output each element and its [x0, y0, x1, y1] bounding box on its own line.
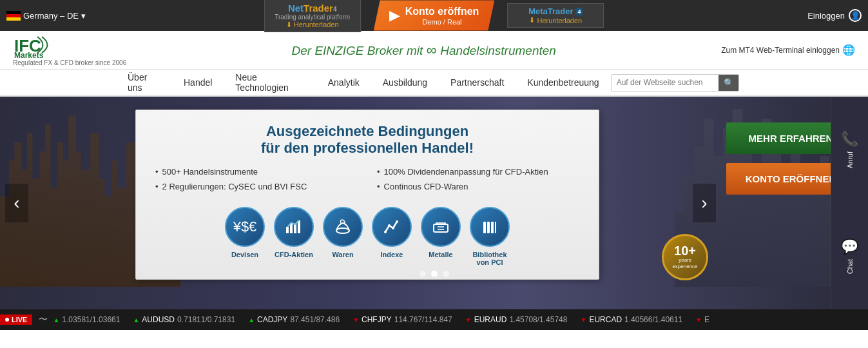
tick-direction-chfjpy: ▼ [352, 316, 359, 324]
nav-ausbildung[interactable]: Ausbildung [371, 70, 439, 97]
arrow-right-icon: ▶ [389, 7, 400, 24]
hero-tagline: Der EINZIGE Broker mit ∞ Handelsinstrume… [126, 42, 721, 59]
search-button[interactable]: 🔍 [719, 75, 739, 91]
svg-point-8 [388, 224, 391, 227]
svg-rect-4 [294, 224, 296, 233]
ticker-val-euraud: 1.45708/1.45748 [509, 315, 567, 324]
cfd-aktien-icon [274, 207, 314, 247]
ticker-val-cadjpy: 87.451/87.486 [290, 315, 340, 324]
search-input[interactable] [612, 75, 719, 90]
metatrader-box: MetaTrader 4 ⬇ Herunterladen [507, 3, 604, 28]
metatrader-download[interactable]: ⬇ Herunterladen [516, 16, 595, 24]
phone-icon: 📞 [841, 131, 858, 148]
waren-item[interactable]: Waren [323, 207, 363, 266]
indexe-label: Indexe [381, 251, 403, 258]
ticker-pair-cadjpy: CADJPY [257, 315, 287, 324]
chat-icon: 💬 [841, 238, 858, 255]
second-bar: IFC Markets Regulated FX & CFD broker si… [0, 31, 868, 70]
panel-col-right: 100% Dividendenanpassung für CFD-Aktien … [377, 167, 579, 197]
cfd-aktien-item[interactable]: CFD-Aktien [274, 207, 314, 266]
einloggen-button[interactable]: Einloggen 👤 [807, 9, 862, 22]
years-number: 10+ [674, 244, 696, 257]
waren-icon [323, 207, 363, 247]
country-selector[interactable]: Germany – DE ▾ [6, 11, 86, 21]
konto-btn-label: Konto eröffnen [405, 5, 479, 17]
country-label: Germany – DE [23, 11, 79, 21]
metalle-label: Metalle [429, 251, 452, 258]
metalle-icon [421, 207, 461, 247]
ticker-live-badge: LIVE [0, 314, 32, 325]
germany-flag [6, 11, 21, 21]
net-trader-sub: Trading analytical platform [273, 14, 352, 21]
svg-rect-14 [483, 222, 486, 233]
nav-partnerschaft[interactable]: Partnerschaft [439, 70, 516, 97]
nav-neue-technologien[interactable]: Neue Technologien [224, 70, 316, 97]
person-icon: 👤 [849, 9, 862, 22]
ticker-pair-euraud: EURAUD [474, 315, 507, 324]
svg-rect-15 [487, 222, 490, 233]
nav-handel[interactable]: Handel [172, 70, 224, 97]
svg-rect-16 [491, 222, 494, 233]
bullet-handelsinstrumente: 500+ Handelsinstrumente [155, 167, 358, 177]
carousel-dot-1[interactable] [420, 271, 426, 277]
carousel-prev-button[interactable]: ‹ [5, 184, 28, 222]
ticker-item-tail: ▼ E [695, 315, 709, 324]
carousel-next-button[interactable]: › [693, 184, 716, 222]
tick-direction-0: ▲ [53, 316, 59, 324]
ticker-bar: LIVE 〜 ▲ 1.03581/1.03661 ▲ AUDUSD 0.7181… [0, 309, 868, 330]
tick-direction-cadjpy: ▲ [248, 316, 255, 324]
nav-kundenbetreuung[interactable]: Kundenbetreuung [516, 70, 610, 97]
years-text: yearsexperience [672, 257, 697, 269]
mt4-weblink[interactable]: Zum MT4 Web-Terminal einloggen 🌐 [721, 44, 855, 56]
logo-area: IFC Markets Regulated FX & CFD broker si… [13, 34, 126, 66]
devisen-item[interactable]: ¥$€ Devisen [225, 207, 265, 266]
ticker-wave-icon: 〜 [39, 314, 48, 325]
panel-title: Ausgezeichnete Bedingungen für den profe… [155, 123, 579, 157]
tick-direction-eurcad: ▼ [580, 316, 586, 324]
tick-direction-euraud: ▼ [465, 316, 472, 324]
content-panel: Ausgezeichnete Bedingungen für den profe… [135, 110, 599, 280]
ticker-pair-eurcad: EURCAD [589, 315, 622, 324]
ticker-val-0: 1.03581/1.03661 [62, 315, 120, 324]
metatrader-logo: MetaTrader 4 [516, 6, 595, 16]
ticker-item-audusd: ▲ AUDUSD 0.71811/0.71831 [133, 315, 235, 324]
anruf-widget[interactable]: 📞 Anruf [831, 97, 868, 203]
ticker-val-eurcad: 1.40566/1.40611 [624, 315, 682, 324]
top-bar-left: Germany – DE ▾ [6, 11, 86, 21]
einloggen-label: Einloggen [807, 11, 845, 21]
svg-rect-2 [286, 227, 289, 233]
nav-uber-uns[interactable]: Über uns [116, 70, 172, 97]
nav-analytik[interactable]: Analytik [316, 70, 371, 97]
metalle-item[interactable]: Metalle [421, 207, 461, 266]
net-trader-download[interactable]: ⬇ Herunterladen [273, 21, 352, 29]
ticker-pair-audusd: AUDUSD [142, 315, 175, 324]
top-bar: Germany – DE ▾ NetTrader4 Trading analyt… [0, 0, 868, 31]
carousel-dot-2[interactable] [431, 271, 438, 277]
nav-bar: Über uns Handel Neue Technologien Analyt… [0, 70, 868, 97]
logo-tagline: Regulated FX & CFD broker since 2006 [13, 59, 126, 66]
net-trader-box: NetTrader4 Trading analytical platform ⬇… [264, 0, 361, 32]
konto-eroffnen-button[interactable]: ▶ Konto eröffnen Demo / Real [374, 0, 495, 30]
mt4-badge: 4 [576, 8, 583, 15]
bibliothek-item[interactable]: Bibliothekvon PCI [470, 207, 510, 266]
svg-point-9 [392, 227, 394, 229]
konto-btn-sub: Demo / Real [405, 18, 479, 26]
instrument-icon-row: ¥$€ Devisen CFD-Aktien Waren Indexe [155, 207, 579, 266]
svg-rect-17 [495, 222, 496, 233]
carousel-dots [420, 271, 449, 277]
bullet-regulierungen: 2 Regulierungen: CySEC und BVI FSC [155, 182, 358, 191]
search-box: 🔍 [611, 74, 739, 92]
svg-rect-5 [298, 220, 300, 233]
chat-widget[interactable]: 💬 Chat [831, 203, 868, 309]
bullet-dividenden: 100% Dividendenanpassung für CFD-Aktien [377, 167, 579, 177]
tick-direction-tail: ▼ [695, 316, 702, 324]
ifc-logo[interactable]: IFC Markets [13, 34, 71, 58]
panel-col-left: 500+ Handelsinstrumente 2 Regulierungen:… [155, 167, 358, 197]
carousel-dot-3[interactable] [443, 271, 449, 277]
download-icon: ⬇ [286, 21, 292, 29]
indexe-item[interactable]: Indexe [372, 207, 412, 266]
ticker-item-cadjpy: ▲ CADJPY 87.451/87.486 [248, 315, 340, 324]
top-bar-center: NetTrader4 Trading analytical platform ⬇… [264, 0, 604, 32]
bullet-cfd-waren: Continous CFD-Waren [377, 182, 579, 191]
ticker-item-eurcad: ▼ EURCAD 1.40566/1.40611 [580, 315, 682, 324]
